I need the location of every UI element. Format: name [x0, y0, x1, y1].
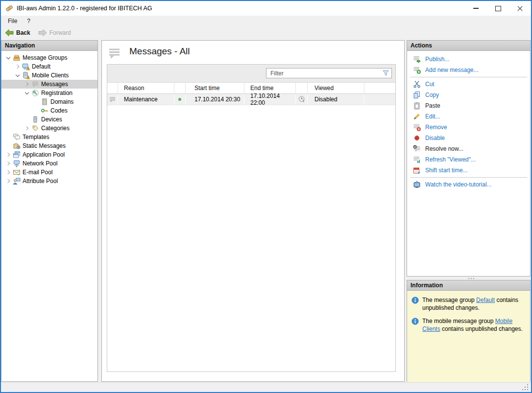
pencil-icon — [413, 113, 421, 120]
column-status[interactable] — [174, 83, 186, 93]
tree-item-label: Message Groups — [23, 54, 67, 61]
action-label: Disable — [425, 135, 445, 141]
messages-icon — [31, 80, 39, 88]
action-publish[interactable]: Publish... — [407, 54, 530, 65]
resolve-icon — [413, 145, 421, 153]
titlebar: IBI-aws Admin 1.22.0 - registered for IB… — [1, 1, 531, 16]
menu-help[interactable]: ? — [22, 16, 35, 26]
action-resolve-now: Resolve now... — [407, 143, 530, 154]
forward-button[interactable]: Forward — [38, 29, 71, 37]
chevron-down-icon[interactable] — [23, 89, 31, 97]
tree-item-domains[interactable]: Domains — [1, 97, 97, 106]
column-start-time[interactable]: Start time — [186, 83, 244, 93]
status-bar — [1, 382, 531, 393]
information-body: The message group Default contains unpub… — [407, 291, 530, 382]
tree-item-categories[interactable]: Categories — [1, 124, 97, 133]
navigation-header: Navigation — [1, 41, 97, 51]
info-text-suffix: contains unpublished changes. — [440, 325, 523, 332]
menu-file[interactable]: File — [3, 16, 22, 26]
forward-arrow-icon — [38, 29, 47, 37]
chevron-down-icon[interactable] — [4, 54, 12, 62]
cell-end-time: 17.10.2014 22:00 — [244, 94, 296, 105]
back-button[interactable]: Back — [5, 29, 30, 37]
tree-item-messages[interactable]: Messages — [1, 80, 97, 89]
tree-item-codes[interactable]: Codes — [1, 106, 97, 115]
action-cut[interactable]: Cut — [407, 79, 530, 90]
tree-item-label: Categories — [41, 125, 70, 132]
tree-item-label: Mobile Clients — [32, 72, 69, 79]
actions-header: Actions — [407, 41, 530, 51]
tree-item-network-pool[interactable]: Network Pool — [1, 159, 97, 168]
messages-list: Reason Start time End time Viewed Mainte… — [107, 64, 396, 372]
column-viewed[interactable]: Viewed — [308, 83, 364, 93]
cell-reason: Maintenance — [118, 94, 174, 105]
info-link-default[interactable]: Default — [476, 297, 495, 303]
network-pool-icon — [13, 160, 21, 167]
chevron-down-icon[interactable] — [14, 71, 22, 79]
info-item: The mobile message group Mobile Clients … — [411, 317, 525, 333]
tree-item-email-pool[interactable]: E-mail Pool — [1, 168, 97, 177]
toolbar: Back Forward — [1, 26, 531, 39]
info-item: The message group Default contains unpub… — [411, 296, 525, 312]
close-icon — [517, 5, 523, 12]
filter-funnel-icon[interactable] — [382, 69, 389, 77]
menubar: File ? — [1, 16, 531, 26]
tree-item-registration[interactable]: Registration — [1, 89, 97, 97]
chevron-right-icon[interactable] — [4, 177, 12, 185]
tree-item-static-messages[interactable]: Static Messages — [1, 141, 97, 150]
chevron-right-icon[interactable] — [4, 160, 12, 167]
tree-item-label: Templates — [23, 134, 49, 140]
tree-item-templates[interactable]: Templates — [1, 133, 97, 141]
column-viewed-icon[interactable] — [296, 83, 308, 93]
chevron-right-icon[interactable] — [4, 168, 12, 176]
action-paste: Paste — [407, 100, 530, 111]
table-row[interactable]: Maintenance 17.10.2014 20:30 17.10.2014 … — [107, 94, 395, 105]
window-title: IBI-aws Admin 1.22.0 - registered for IB… — [17, 5, 152, 12]
tree-item-message-groups[interactable]: Message Groups — [1, 53, 97, 62]
action-remove[interactable]: Remove — [407, 122, 530, 133]
minimize-button[interactable] — [465, 1, 487, 16]
column-reason[interactable]: Reason — [118, 83, 174, 93]
information-header: Information — [407, 280, 530, 291]
action-edit[interactable]: Edit... — [407, 111, 530, 122]
action-disable[interactable]: Disable — [407, 133, 530, 143]
forward-label: Forward — [49, 29, 71, 36]
action-label: Copy — [425, 92, 439, 98]
tree-item-attribute-pool[interactable]: Attribute Pool — [1, 177, 97, 185]
action-refresh-viewed[interactable]: Refresh "Viewed"... — [407, 154, 530, 165]
navigation-tree: Message Groups Default — [1, 51, 97, 185]
tree-item-label: Application Pool — [23, 151, 65, 158]
chevron-right-icon[interactable] — [23, 80, 31, 88]
actions-panel: Actions Publish... Add new message... — [407, 40, 531, 277]
resize-grip[interactable] — [527, 389, 528, 390]
column-row-icon[interactable] — [107, 83, 118, 93]
filter-field — [266, 68, 392, 78]
tag-icon — [31, 124, 39, 132]
tree-item-label: Attribute Pool — [23, 178, 58, 185]
chevron-right-icon[interactable] — [4, 151, 12, 159]
tree-item-label: Devices — [41, 116, 62, 123]
templates-icon — [13, 133, 21, 141]
attribute-pool-icon — [13, 177, 21, 185]
tree-item-application-pool[interactable]: Application Pool — [1, 150, 97, 159]
action-watch-video-tutorial[interactable]: Watch the video-tutorial... — [407, 179, 530, 190]
chevron-right-icon[interactable] — [23, 124, 31, 132]
tree-item-devices[interactable]: Devices — [1, 115, 97, 124]
viewed-clock-icon — [296, 94, 308, 105]
column-end-time[interactable]: End time — [244, 83, 296, 93]
tree-item-default[interactable]: Default — [1, 62, 97, 71]
registration-icon — [31, 89, 39, 97]
action-add-new-message[interactable]: Add new message... — [407, 65, 530, 75]
close-button[interactable] — [509, 1, 531, 16]
filter-input[interactable] — [266, 68, 392, 78]
action-copy[interactable]: Copy — [407, 90, 530, 100]
chevron-right-icon[interactable] — [14, 63, 22, 70]
monitor-warning-icon — [22, 63, 30, 70]
filter-band — [107, 65, 395, 83]
tree-item-mobile-clients[interactable]: Mobile Clients — [1, 71, 97, 80]
page-title: Messages - All — [129, 46, 190, 57]
panel-splitter[interactable] — [407, 277, 531, 280]
disable-icon — [413, 134, 421, 142]
action-shift-start-time[interactable]: Shift start time... — [407, 165, 530, 176]
maximize-button[interactable] — [487, 1, 509, 16]
